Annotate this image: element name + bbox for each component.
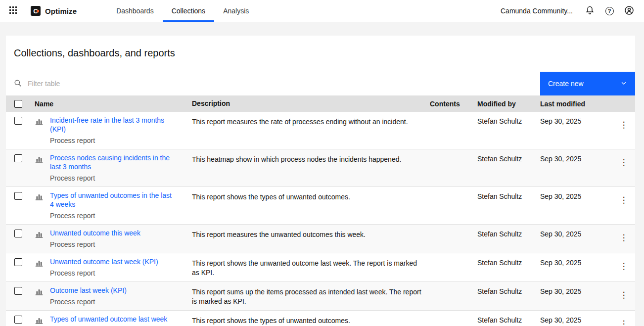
report-type-label: Process report <box>50 240 140 249</box>
report-type-label: Process report <box>50 297 127 306</box>
report-last-modified: Sep 30, 2025 <box>540 286 612 306</box>
report-name-link[interactable]: Types of unwanted outcomes in the last 4… <box>50 191 175 209</box>
entities-table: Name Description Contents Modified by La… <box>6 95 635 326</box>
tab-analysis[interactable]: Analysis <box>214 0 258 22</box>
main-nav: Dashboards Collections Analysis <box>107 0 258 22</box>
row-overflow-menu-button[interactable]: ⋮ <box>616 262 632 272</box>
report-last-modified: Sep 30, 2025 <box>540 116 612 145</box>
filter-table-input[interactable] <box>27 79 540 88</box>
report-description: This report shows the unwanted outcome l… <box>192 257 430 278</box>
report-last-modified: Sep 30, 2025 <box>540 229 612 249</box>
report-contents <box>430 286 477 306</box>
row-checkbox[interactable] <box>14 154 22 162</box>
column-header-last-modified[interactable]: Last modified <box>540 100 612 108</box>
bar-chart-icon <box>35 258 44 278</box>
camunda-logo-accent <box>37 10 39 12</box>
select-all-checkbox[interactable] <box>14 100 22 108</box>
table-row: Process nodes causing incidents in the l… <box>6 149 635 187</box>
column-header-modified-by[interactable]: Modified by <box>477 100 540 108</box>
app-name: Optimize <box>45 7 77 15</box>
report-last-modified: Sep 30, 2025 <box>540 153 612 183</box>
report-name-link[interactable]: Outcome last week (KPI) <box>50 286 127 295</box>
report-modified-by: Stefan Schultz <box>477 153 540 183</box>
report-description: This report measures the rate of process… <box>192 116 430 145</box>
table-toolbar: Create new <box>6 72 635 95</box>
report-contents <box>430 116 477 145</box>
table-row: Incident-free rate in the last 3 months … <box>6 112 635 149</box>
report-contents <box>430 229 477 249</box>
name-block: Types of unwanted outcomes in the last 4… <box>50 191 175 220</box>
tab-dashboards[interactable]: Dashboards <box>107 0 163 22</box>
report-name-link[interactable]: Incident-free rate in the last 3 months … <box>50 116 175 134</box>
table-row: Outcome last week (KPI) Process report T… <box>6 282 635 311</box>
name-block: Process nodes causing incidents in the l… <box>50 153 175 183</box>
tab-collections[interactable]: Collections <box>163 0 214 22</box>
navbar-left: C Optimize <box>3 0 77 22</box>
row-overflow-menu-button[interactable]: ⋮ <box>616 290 632 300</box>
report-name-link[interactable]: Process nodes causing incidents in the l… <box>50 153 175 171</box>
report-description: This report shows the types of unwanted … <box>192 191 430 220</box>
row-overflow-menu-button[interactable]: ⋮ <box>616 158 632 168</box>
row-overflow-menu-button[interactable]: ⋮ <box>616 120 632 130</box>
table-row: Types of unwanted outcomes in the last 4… <box>6 187 635 225</box>
name-block: Unwanted outcome last week (KPI) Process… <box>50 257 158 278</box>
report-type-label: Process report <box>50 136 175 145</box>
create-new-label: Create new <box>548 80 584 88</box>
row-checkbox[interactable] <box>14 117 22 125</box>
report-modified-by: Stefan Schultz <box>477 257 540 278</box>
row-checkbox[interactable] <box>14 230 22 237</box>
notifications-button[interactable] <box>580 0 599 22</box>
report-contents <box>430 153 477 183</box>
notification-bell-icon <box>585 5 595 16</box>
table-row: Unwanted outcome last week (KPI) Process… <box>6 253 635 282</box>
report-modified-by: Stefan Schultz <box>477 286 540 306</box>
row-overflow-menu-button[interactable]: ⋮ <box>616 195 632 205</box>
help-button[interactable]: ? <box>599 0 619 22</box>
name-block: Outcome last week (KPI) Process report <box>50 286 127 306</box>
top-navbar: C Optimize Dashboards Collections Analys… <box>0 0 644 22</box>
bar-chart-icon <box>35 316 44 326</box>
row-overflow-menu-button[interactable]: ⋮ <box>616 233 632 243</box>
row-checkbox[interactable] <box>14 192 22 200</box>
name-block: Incident-free rate in the last 3 months … <box>50 116 175 145</box>
bar-chart-icon <box>35 117 44 145</box>
help-icon: ? <box>605 7 614 15</box>
chevron-down-icon <box>620 80 627 88</box>
create-new-button[interactable]: Create new <box>540 72 635 95</box>
report-modified-by: Stefan Schultz <box>477 229 540 249</box>
bar-chart-icon <box>35 287 44 306</box>
filter-wrap <box>6 72 540 95</box>
report-last-modified: Sep 30, 2025 <box>540 257 612 278</box>
report-name-link[interactable]: Unwanted outcome last week (KPI) <box>50 257 158 266</box>
table-row: Unwanted outcome this week Process repor… <box>6 225 635 253</box>
column-header-contents[interactable]: Contents <box>430 100 477 108</box>
report-name-link[interactable]: Unwanted outcome this week <box>50 229 140 237</box>
column-header-description[interactable]: Description <box>192 99 430 108</box>
navbar-right: Camunda Community... ? <box>501 0 644 22</box>
app-switcher-button[interactable] <box>3 0 23 22</box>
bar-chart-icon <box>35 154 44 183</box>
report-modified-by: Stefan Schultz <box>477 191 540 220</box>
name-block: Types of unwanted outcome last week Proc… <box>50 315 167 326</box>
report-name-link[interactable]: Types of unwanted outcome last week <box>50 315 167 324</box>
row-checkbox[interactable] <box>14 258 22 266</box>
user-menu-button[interactable] <box>619 0 639 22</box>
content-card: Collections, dashboards, and reports Cre… <box>6 36 635 326</box>
report-modified-by: Stefan Schultz <box>477 116 540 145</box>
user-avatar-icon <box>624 5 634 17</box>
page-title: Collections, dashboards, and reports <box>6 36 635 72</box>
camunda-logo: C <box>31 6 41 16</box>
table-header-row: Name Description Contents Modified by La… <box>6 95 635 112</box>
row-checkbox[interactable] <box>14 287 22 295</box>
report-contents <box>430 315 477 326</box>
row-overflow-menu-button[interactable]: ⋮ <box>616 319 632 326</box>
row-checkbox[interactable] <box>14 316 22 324</box>
organization-name[interactable]: Camunda Community... <box>501 7 573 15</box>
search-icon <box>14 79 22 89</box>
report-description: This report shows the types of unwanted … <box>192 315 430 326</box>
report-description: This heatmap show in which process nodes… <box>192 153 430 183</box>
column-header-name[interactable]: Name <box>34 100 192 108</box>
report-contents <box>430 191 477 220</box>
report-type-label: Process report <box>50 211 175 220</box>
bar-chart-icon <box>35 192 44 220</box>
